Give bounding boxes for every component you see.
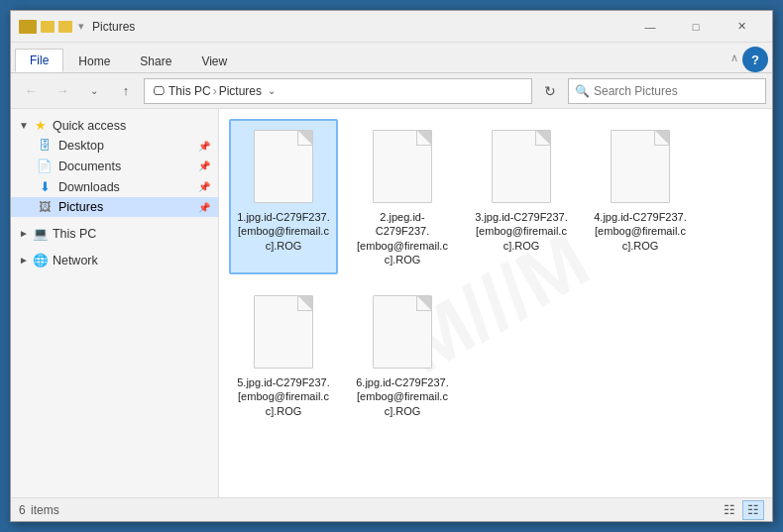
file-doc-icon — [611, 130, 670, 203]
ribbon: File Home Share View ∧ ? — [11, 43, 772, 73]
documents-icon: 📄 — [37, 159, 53, 173]
tab-home[interactable]: Home — [63, 50, 125, 72]
tab-view[interactable]: View — [186, 50, 242, 72]
network-label: Network — [53, 254, 98, 267]
sidebar-item-pictures[interactable]: 🖼 Pictures 📌 — [11, 197, 218, 217]
file-explorer-window: ▾ Pictures — □ ✕ File Home Share View ∧ … — [10, 10, 773, 522]
file-icon-wrapper — [367, 292, 438, 372]
expand-arrow-net-icon: ► — [19, 255, 29, 266]
sidebar-item-this-pc[interactable]: ► 💻 This PC — [11, 221, 218, 244]
sidebar-item-downloads[interactable]: ⬇ Downloads 📌 — [11, 176, 218, 197]
help-button[interactable]: ? — [742, 47, 768, 72]
pin-icon-dl: 📌 — [198, 181, 210, 192]
file-item-1[interactable]: 1.jpg.id-C279F237.[embog@firemail.cc].RO… — [229, 119, 338, 274]
tab-file[interactable]: File — [15, 49, 63, 72]
file-item-2[interactable]: 2.jpeg.id-C279F237.[embog@firemail.cc].R… — [348, 119, 457, 274]
status-bar: 6 items ☷ ☷ — [11, 497, 772, 521]
search-icon: 🔍 — [575, 84, 590, 98]
documents-label: Documents — [58, 160, 121, 173]
file-name: 5.jpg.id-C279F237.[embog@firemail.cc].RO… — [237, 375, 330, 418]
pin-icon: 📌 — [198, 141, 210, 152]
downloads-icon: ⬇ — [37, 179, 53, 194]
address-bar: ← → ⌄ ↑ 🖵 This PC › Pictures ⌄ ↻ 🔍 — [11, 73, 772, 109]
title-bar-icons: ▾ — [19, 20, 84, 34]
network-icon: 🌐 — [33, 253, 49, 267]
file-name: 6.jpg.id-C279F237.[embog@firemail.cc].RO… — [356, 375, 449, 418]
expand-arrow-icon: ▼ — [19, 120, 29, 131]
item-count: 6 items — [19, 503, 59, 517]
address-path[interactable]: 🖵 This PC › Pictures ⌄ — [144, 78, 532, 104]
address-dropdown-icon[interactable]: ⌄ — [262, 78, 281, 104]
back-button[interactable]: ← — [17, 77, 45, 105]
sidebar-item-desktop[interactable]: 🗄 Desktop 📌 — [11, 136, 218, 156]
search-box[interactable]: 🔍 — [568, 78, 766, 104]
folder-icon — [58, 21, 72, 33]
computer-icon: 💻 — [33, 226, 49, 241]
window-title: Pictures — [92, 20, 627, 34]
large-icon-view-button[interactable]: ☷ — [742, 500, 764, 520]
app-icon — [19, 20, 37, 34]
file-name: 1.jpg.id-C279F237.[embog@firemail.cc].RO… — [237, 210, 330, 253]
star-icon: ★ — [33, 118, 49, 133]
file-name: 2.jpeg.id-C279F237.[embog@firemail.cc].R… — [356, 210, 449, 266]
file-icon-wrapper — [486, 127, 557, 206]
this-pc-label: This PC — [53, 227, 96, 241]
sidebar-item-quick-access[interactable]: ▼ ★ Quick access — [11, 113, 218, 136]
downloads-label: Downloads — [58, 180, 120, 194]
file-doc-icon — [373, 130, 432, 203]
file-item-4[interactable]: 4.jpg.id-C279F237.[embog@firemail.cc].RO… — [586, 119, 695, 274]
count-number: 6 — [19, 503, 26, 517]
items-label: items — [31, 503, 59, 517]
maximize-button[interactable]: □ — [673, 11, 719, 43]
file-doc-icon — [254, 130, 313, 203]
sidebar-item-documents[interactable]: 📄 Documents 📌 — [11, 156, 218, 176]
file-doc-icon — [492, 130, 551, 203]
file-icon-wrapper — [605, 127, 676, 206]
file-name: 3.jpg.id-C279F237.[embog@firemail.cc].RO… — [475, 210, 568, 253]
pin-icon-pic: 📌 — [198, 202, 210, 213]
pictures-label: Pictures — [58, 200, 103, 214]
window-controls: — □ ✕ — [627, 11, 764, 43]
view-toggle: ☷ ☷ — [719, 500, 764, 520]
dropdown-recent-button[interactable]: ⌄ — [80, 77, 108, 105]
minimize-button[interactable]: — — [627, 11, 673, 43]
path-segment-thispc[interactable]: This PC — [168, 84, 211, 98]
ribbon-tabs: File Home Share View ∧ ? — [11, 43, 772, 72]
file-item-6[interactable]: 6.jpg.id-C279F237.[embog@firemail.cc].RO… — [348, 284, 457, 426]
content-area[interactable]: M///M 1.jpg.id-C279F237.[embog@firemail.… — [219, 109, 772, 497]
quick-access-label: Quick access — [53, 119, 126, 133]
forward-button[interactable]: → — [49, 77, 76, 105]
file-icon-wrapper — [248, 127, 319, 206]
pin-icon-docs: 📌 — [198, 160, 210, 171]
close-button[interactable]: ✕ — [719, 11, 764, 43]
file-grid: 1.jpg.id-C279F237.[embog@firemail.cc].RO… — [229, 119, 762, 426]
file-item-5[interactable]: 5.jpg.id-C279F237.[embog@firemail.cc].RO… — [229, 284, 338, 426]
file-doc-icon — [373, 295, 432, 369]
pictures-icon: 🖼 — [37, 200, 53, 214]
expand-arrow-pc-icon: ► — [19, 228, 29, 239]
file-doc-icon — [254, 295, 313, 369]
file-icon-wrapper — [367, 127, 438, 206]
list-view-button[interactable]: ☷ — [719, 500, 740, 520]
up-button[interactable]: ↑ — [112, 77, 140, 105]
file-name: 4.jpg.id-C279F237.[embog@firemail.cc].RO… — [594, 210, 687, 253]
desktop-label: Desktop — [58, 139, 104, 153]
refresh-button[interactable]: ↻ — [536, 77, 564, 105]
sidebar-item-network[interactable]: ► 🌐 Network — [11, 248, 218, 270]
file-item-3[interactable]: 3.jpg.id-C279F237.[embog@firemail.cc].RO… — [467, 119, 576, 274]
desktop-icon: 🗄 — [37, 139, 53, 153]
file-icon-wrapper — [248, 292, 319, 372]
quick-access-icon — [41, 21, 55, 33]
main-area: ▼ ★ Quick access 🗄 Desktop 📌 📄 Documents… — [11, 109, 772, 497]
path-segment-pictures[interactable]: Pictures — [219, 84, 262, 98]
title-bar: ▾ Pictures — □ ✕ — [11, 11, 772, 43]
path-separator: › — [213, 84, 217, 98]
path-computer-icon: 🖵 — [153, 84, 165, 98]
tab-share[interactable]: Share — [125, 50, 186, 72]
sidebar: ▼ ★ Quick access 🗄 Desktop 📌 📄 Documents… — [11, 109, 219, 497]
search-input[interactable] — [594, 84, 759, 98]
ribbon-dropdown-icon[interactable]: ∧ — [730, 52, 738, 64]
